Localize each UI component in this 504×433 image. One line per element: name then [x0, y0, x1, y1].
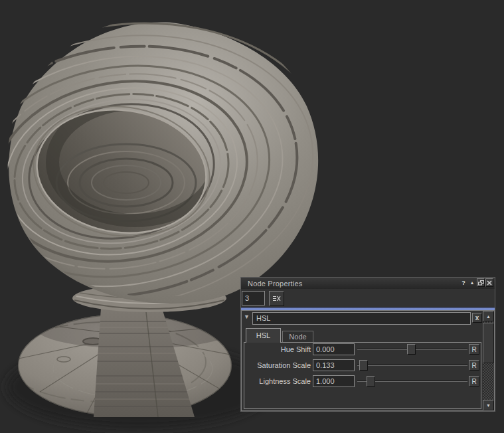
node-properties-panel: Node Properties ? ▲ 3	[240, 277, 495, 412]
panel-title: Node Properties	[241, 280, 303, 288]
lightness-scale-value[interactable]: 1.000	[313, 375, 355, 387]
collapse-triangle-icon[interactable]: ▼	[244, 313, 250, 320]
clear-node-button[interactable]	[269, 291, 284, 306]
saturation-scale-label: Saturation Scale	[244, 359, 311, 371]
scroll-down-button[interactable]: ▼	[483, 400, 494, 410]
hue-shift-slider-handle[interactable]	[407, 344, 416, 355]
node-index-field[interactable]: 3	[242, 291, 265, 305]
pin-icon[interactable]: ▲	[468, 278, 476, 287]
panel-titlebar[interactable]: Node Properties ? ▲	[241, 278, 495, 289]
close-icon[interactable]	[485, 278, 493, 287]
remove-node-button[interactable]: x	[472, 313, 482, 323]
node-name-field[interactable]: HSL	[252, 312, 471, 325]
hue-shift-label: Hue Shift	[244, 343, 311, 355]
saturation-scale-row: Saturation Scale 0.133 R	[244, 359, 481, 371]
saturation-scale-value[interactable]: 0.133	[313, 359, 355, 371]
hue-shift-row: Hue Shift 0.000 R	[244, 343, 481, 355]
saturation-scale-reset-button[interactable]: R	[469, 360, 479, 371]
saturation-scale-slider[interactable]	[357, 359, 467, 371]
lightness-scale-reset-button[interactable]: R	[469, 376, 479, 387]
lightness-scale-row: Lightness Scale 1.000 R	[244, 375, 481, 387]
scroll-up-button[interactable]: ▲	[483, 311, 494, 321]
saturation-scale-slider-handle[interactable]	[359, 360, 368, 371]
hue-shift-reset-button[interactable]: R	[469, 344, 479, 355]
hsl-node-group: ▼ HSL x ▲ ▼ HSL Node Hue Shift 0.000	[241, 310, 495, 411]
clear-node-icon	[273, 296, 281, 302]
tab-content: Hue Shift 0.000 R Saturation Scale 0.133	[244, 342, 481, 409]
scrollbar-thumb[interactable]	[483, 323, 494, 363]
help-icon[interactable]: ?	[460, 278, 467, 287]
titlebar-icons: ? ▲	[460, 278, 493, 287]
scrollbar[interactable]: ▲ ▼	[483, 311, 494, 410]
restore-icon[interactable]	[477, 278, 485, 287]
lightness-scale-slider[interactable]	[357, 375, 467, 387]
lightness-scale-label: Lightness Scale	[244, 375, 311, 387]
tab-hsl[interactable]: HSL	[246, 328, 281, 343]
hue-shift-slider[interactable]	[357, 343, 467, 355]
hue-shift-value[interactable]: 0.000	[313, 343, 355, 355]
slider-groove	[357, 365, 467, 366]
tab-node[interactable]: Node	[282, 331, 313, 343]
application-window: Node Properties ? ▲ 3	[0, 0, 504, 433]
lightness-scale-slider-handle[interactable]	[367, 376, 375, 387]
